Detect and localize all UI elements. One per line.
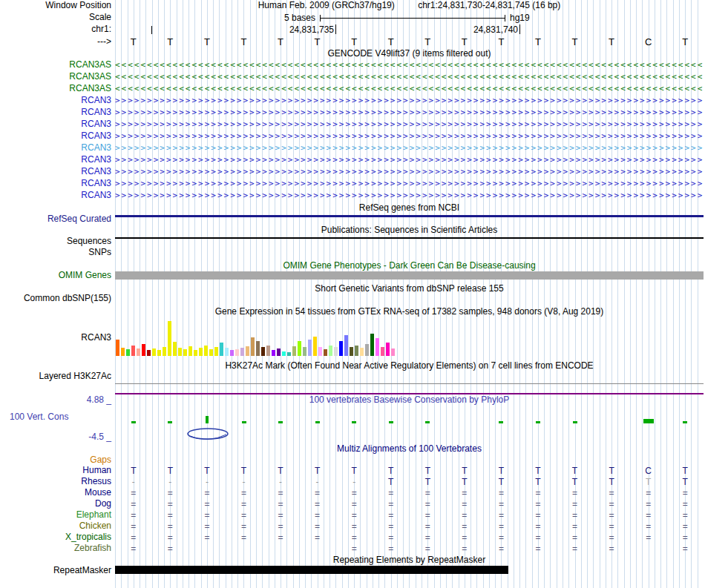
repeatmasker-item[interactable] (115, 566, 508, 574)
gtex-expression-bar[interactable] (355, 346, 358, 356)
refseq-curated-item[interactable] (115, 215, 704, 217)
gene-label-rcan3[interactable]: RCAN3 (0, 119, 111, 129)
gene-item-rcan3as[interactable]: <<<<<<<<<<<<<<<<<<<<<<<<<<<<<<<<<<<<<<<<… (115, 71, 704, 83)
gtex-expression-bar[interactable] (240, 348, 244, 356)
gene-item-rcan3as[interactable]: <<<<<<<<<<<<<<<<<<<<<<<<<<<<<<<<<<<<<<<<… (115, 59, 704, 71)
gene-label-rcan3[interactable]: RCAN3 (0, 167, 111, 176)
gtex-expression-bar[interactable] (157, 350, 161, 356)
gene-item-rcan3[interactable]: >>>>>>>>>>>>>>>>>>>>>>>>>>>>>>>>>>>>>>>>… (115, 119, 704, 131)
gtex-expression-bar[interactable] (137, 348, 140, 356)
gtex-expression-bar[interactable] (324, 349, 327, 356)
gtex-expression-bar[interactable] (188, 346, 192, 356)
conservation-tick[interactable] (315, 421, 320, 423)
gtex-expression-bar[interactable] (277, 348, 281, 356)
gtex-expression-bar[interactable] (298, 341, 301, 356)
species-label-chicken[interactable]: Chicken (0, 521, 111, 531)
conservation-tick[interactable] (278, 421, 283, 423)
snps-label[interactable]: SNPs (0, 248, 111, 257)
gene-label-rcan3[interactable]: RCAN3 (0, 131, 111, 141)
gene-label-rcan3[interactable]: RCAN3 (0, 155, 111, 165)
gtex-expression-bar[interactable] (194, 350, 197, 356)
conservation-tick[interactable] (206, 416, 209, 423)
gtex-expression-bar[interactable] (292, 346, 296, 356)
sequences-item[interactable] (115, 237, 704, 239)
gtex-expression-bar[interactable] (350, 347, 353, 356)
conservation-tick[interactable] (499, 421, 503, 423)
h3k27ac-signal-line[interactable] (115, 383, 704, 384)
gtex-expression-bar[interactable] (131, 346, 135, 356)
gtex-expression-bar[interactable] (183, 349, 187, 356)
gtex-expression-bar[interactable] (142, 344, 145, 356)
gene-label-rcan3[interactable]: RCAN3 (0, 191, 111, 200)
species-label-zebrafish[interactable]: Zebrafish (0, 544, 111, 553)
gtex-expression-bar[interactable] (339, 341, 343, 356)
repeatmasker-label[interactable]: RepeatMasker (0, 566, 111, 575)
gtex-expression-bar[interactable] (152, 348, 156, 356)
omim-genes-label[interactable]: OMIM Genes (0, 271, 111, 280)
gtex-expression-bar[interactable] (235, 349, 239, 356)
species-label-dog[interactable]: Dog (0, 499, 111, 509)
gene-label-rcan3[interactable]: RCAN3 (0, 108, 111, 117)
gtex-expression-bar[interactable] (204, 346, 208, 356)
gtex-expression-bar[interactable] (365, 344, 369, 356)
gtex-expression-bar[interactable] (334, 347, 338, 356)
conservation-tick[interactable] (536, 421, 540, 423)
species-label-mouse[interactable]: Mouse (0, 488, 111, 498)
sequences-label[interactable]: Sequences (0, 237, 111, 246)
gtex-expression-bar[interactable] (360, 348, 364, 356)
conservation-tick[interactable] (643, 419, 654, 423)
gene-item-rcan3[interactable]: >>>>>>>>>>>>>>>>>>>>>>>>>>>>>>>>>>>>>>>>… (115, 154, 704, 166)
gene-item-rcan3[interactable]: >>>>>>>>>>>>>>>>>>>>>>>>>>>>>>>>>>>>>>>>… (115, 178, 704, 190)
gtex-expression-bar[interactable] (225, 348, 229, 356)
omim-track-title[interactable]: OMIM Gene Phenotypes - Dark Green Can Be… (115, 261, 704, 271)
gtex-expression-bar[interactable] (220, 343, 223, 356)
gene-label-rcan3[interactable]: RCAN3 (0, 143, 111, 153)
conservation-tick[interactable] (389, 421, 393, 423)
gaps-label[interactable]: Gaps (0, 455, 111, 465)
gene-label-rcan3as[interactable]: RCAN3AS (0, 72, 111, 82)
gtex-expression-bar[interactable] (376, 338, 379, 356)
gtex-expression-bar[interactable] (386, 343, 390, 356)
gtex-expression-bar[interactable] (121, 348, 125, 356)
gene-label-rcan3as[interactable]: RCAN3AS (0, 84, 111, 93)
gtex-expression-bar[interactable] (308, 340, 312, 356)
gtex-expression-bar[interactable] (318, 347, 322, 356)
gene-label-rcan3as[interactable]: RCAN3AS (0, 60, 111, 70)
omim-genes-item[interactable] (115, 271, 704, 280)
gtex-expression-bar[interactable] (272, 350, 275, 356)
gene-label-rcan3[interactable]: RCAN3 (0, 179, 111, 188)
gene-item-rcan3[interactable]: >>>>>>>>>>>>>>>>>>>>>>>>>>>>>>>>>>>>>>>>… (115, 95, 704, 107)
gene-item-rcan3as[interactable]: <<<<<<<<<<<<<<<<<<<<<<<<<<<<<<<<<<<<<<<<… (115, 83, 704, 95)
gtex-expression-bar[interactable] (391, 348, 395, 356)
h3k27ac-track-title[interactable]: H3K27Ac Mark (Often Found Near Active Re… (115, 361, 704, 371)
gene-item-rcan3[interactable]: >>>>>>>>>>>>>>>>>>>>>>>>>>>>>>>>>>>>>>>>… (115, 142, 704, 154)
gtex-expression-bar[interactable] (163, 347, 166, 356)
gene-item-rcan3[interactable]: >>>>>>>>>>>>>>>>>>>>>>>>>>>>>>>>>>>>>>>>… (115, 166, 704, 178)
conservation-tick[interactable] (352, 421, 356, 423)
gtex-expression-bar[interactable] (230, 350, 234, 356)
gtex-expression-bar[interactable] (381, 347, 384, 356)
conservation-tick[interactable] (131, 421, 136, 423)
gtex-expression-bar[interactable] (313, 337, 317, 356)
gtex-track-title[interactable]: Gene Expression in 54 tissues from GTEx … (115, 307, 704, 317)
gene-label-rcan3[interactable]: RCAN3 (0, 96, 111, 105)
gtex-expression-bar[interactable] (303, 347, 306, 356)
gtex-expression-bar[interactable] (370, 334, 374, 356)
gtex-expression-bar[interactable] (287, 352, 291, 356)
gtex-expression-bar[interactable] (147, 350, 151, 356)
gencode-track-title[interactable]: GENCODE V49lift37 (9 items filtered out) (115, 49, 704, 59)
gtex-expression-bar[interactable] (251, 337, 255, 356)
gtex-expression-bar[interactable] (178, 348, 182, 356)
gtex-expression-bar[interactable] (344, 335, 348, 356)
gtex-gene-label[interactable]: RCAN3 (0, 333, 111, 343)
gene-item-rcan3[interactable]: >>>>>>>>>>>>>>>>>>>>>>>>>>>>>>>>>>>>>>>>… (115, 190, 704, 202)
conservation-tick[interactable] (683, 421, 687, 423)
gtex-expression-bar[interactable] (116, 340, 119, 356)
gtex-expression-bar[interactable] (266, 346, 270, 356)
conservation-tick[interactable] (242, 421, 246, 423)
gene-item-rcan3[interactable]: >>>>>>>>>>>>>>>>>>>>>>>>>>>>>>>>>>>>>>>>… (115, 107, 704, 119)
gtex-expression-bar[interactable] (168, 321, 171, 356)
gtex-expression-bar[interactable] (261, 347, 265, 356)
gtex-expression-bar[interactable] (282, 351, 286, 356)
gtex-expression-bar[interactable] (329, 346, 332, 356)
